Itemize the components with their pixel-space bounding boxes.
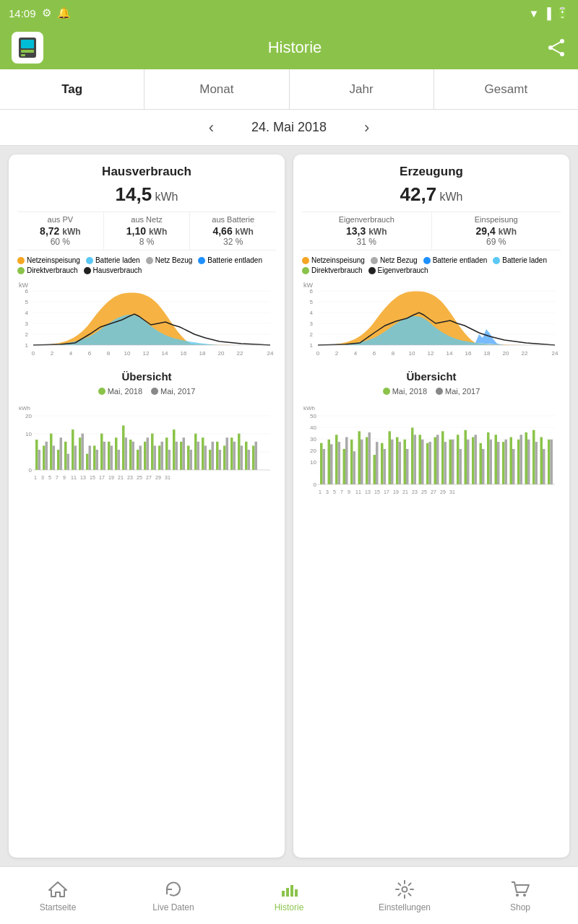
svg-point-248	[516, 894, 519, 897]
svg-text:2: 2	[310, 331, 314, 338]
svg-text:3: 3	[326, 489, 329, 494]
nav-shop[interactable]: Shop	[462, 867, 578, 924]
svg-point-249	[523, 894, 526, 897]
svg-rect-208	[487, 432, 490, 484]
svg-rect-62	[100, 434, 103, 470]
card-left-title: Hausverbrauch	[17, 165, 276, 179]
legend-label-netzeinspeisung: Netzeinspeisung	[27, 256, 80, 264]
svg-rect-181	[384, 449, 387, 484]
svg-text:11: 11	[71, 475, 77, 480]
nav-historie[interactable]: Historie	[231, 867, 347, 924]
nav-label-startseite: Startseite	[40, 902, 77, 912]
next-date-button[interactable]: ›	[355, 116, 378, 140]
date-nav: ‹ 24. Mai 2018 ›	[0, 110, 578, 146]
svg-rect-245	[290, 885, 293, 897]
svg-text:22: 22	[237, 350, 243, 357]
svg-rect-50	[57, 450, 60, 470]
svg-text:17: 17	[384, 489, 389, 494]
tab-tag[interactable]: Tag	[0, 69, 144, 109]
sub-col-pv: aus PV 8,72 kWh 60 %	[17, 212, 104, 250]
share-button[interactable]	[546, 38, 566, 58]
nav-startseite[interactable]: Startseite	[0, 867, 116, 924]
svg-text:29: 29	[440, 489, 446, 494]
svg-text:17: 17	[99, 475, 105, 480]
svg-rect-67	[118, 450, 121, 470]
svg-rect-98	[230, 437, 233, 470]
svg-rect-203	[467, 440, 470, 484]
svg-rect-82	[173, 430, 176, 470]
wifi-icon: ▼	[529, 7, 540, 19]
svg-rect-177	[368, 432, 371, 484]
svg-rect-52	[64, 442, 67, 470]
svg-rect-44	[35, 440, 38, 470]
svg-rect-46	[43, 445, 46, 470]
nav-label-shop: Shop	[510, 902, 530, 912]
svg-rect-204	[472, 437, 475, 484]
nav-live-daten[interactable]: Live Daten	[116, 867, 231, 924]
legend-mai2018-left: Mai, 2018	[98, 387, 142, 396]
svg-text:30: 30	[310, 436, 316, 443]
sub-value-batterie: 4,66 kWh	[193, 225, 273, 237]
svg-rect-216	[517, 440, 520, 484]
svg-rect-100	[238, 434, 241, 470]
svg-rect-195	[436, 435, 439, 484]
svg-text:15: 15	[90, 475, 95, 480]
svg-rect-183	[391, 440, 394, 484]
svg-rect-79	[161, 442, 164, 470]
svg-rect-246	[295, 889, 298, 897]
status-right: ▼ ▐ 🔋	[529, 6, 570, 19]
svg-rect-191	[421, 440, 424, 484]
svg-text:2: 2	[335, 350, 339, 357]
battery-icon: 🔋	[556, 6, 569, 19]
legend-dot-batterie-laden-r	[493, 257, 500, 264]
svg-rect-92	[209, 450, 212, 470]
svg-rect-221	[535, 442, 538, 484]
svg-text:3: 3	[41, 475, 44, 480]
svg-rect-178	[374, 455, 376, 484]
svg-rect-182	[389, 431, 392, 484]
legend-label-batterie-laden-r: Batterie laden	[502, 256, 547, 264]
card-right-subs: Eigenverbrauch 13,3 kWh 31 % Einspeisung…	[302, 212, 561, 250]
sub-col-einspeisung: Einspeisung 29,4 kWh 69 %	[432, 212, 561, 250]
tab-jahr[interactable]: Jahr	[290, 69, 434, 109]
home-icon	[48, 879, 68, 899]
tab-gesamt[interactable]: Gesamt	[434, 69, 578, 109]
svg-rect-91	[204, 445, 207, 470]
svg-text:1: 1	[310, 342, 314, 349]
svg-line-7	[551, 41, 562, 48]
tab-monat[interactable]: Monat	[144, 69, 289, 109]
svg-rect-199	[452, 440, 454, 484]
svg-text:12: 12	[428, 350, 434, 357]
svg-rect-194	[434, 437, 437, 484]
card-hausverbrauch: Hausverbrauch 14,5 kWh aus PV 8,72 kWh 6…	[9, 154, 285, 858]
svg-rect-212	[502, 442, 505, 484]
svg-rect-54	[72, 430, 74, 470]
svg-rect-167	[330, 444, 333, 484]
legend-label-mai2018-right: Mai, 2018	[392, 387, 427, 396]
sub-pct-netz: 8 %	[107, 237, 187, 247]
svg-text:6: 6	[310, 288, 314, 295]
svg-rect-51	[60, 437, 63, 470]
prev-date-button[interactable]: ‹	[200, 116, 223, 140]
legend-dot-mai2017-right	[436, 388, 443, 395]
nav-einstellungen[interactable]: Einstellungen	[347, 867, 462, 924]
svg-rect-55	[74, 445, 77, 470]
svg-rect-89	[197, 442, 200, 470]
card-erzeugung: Erzeugung 42,7 kWh Eigenverbrauch 13,3 k…	[293, 154, 569, 858]
svg-text:20: 20	[503, 350, 509, 357]
svg-text:10: 10	[409, 350, 415, 357]
svg-rect-184	[396, 437, 399, 484]
svg-rect-102	[245, 442, 248, 470]
svg-text:14: 14	[162, 350, 168, 357]
legend-dot-hausverbrauch	[84, 267, 91, 274]
svg-rect-222	[540, 437, 543, 484]
svg-text:19: 19	[108, 475, 114, 480]
svg-rect-164	[320, 443, 323, 484]
legend-mai2017-left: Mai, 2017	[151, 387, 195, 396]
svg-rect-75	[147, 437, 150, 470]
svg-rect-187	[406, 449, 409, 484]
svg-rect-173	[353, 451, 356, 484]
svg-text:24: 24	[552, 350, 558, 357]
svg-rect-172	[350, 440, 353, 484]
svg-rect-224	[548, 440, 551, 484]
